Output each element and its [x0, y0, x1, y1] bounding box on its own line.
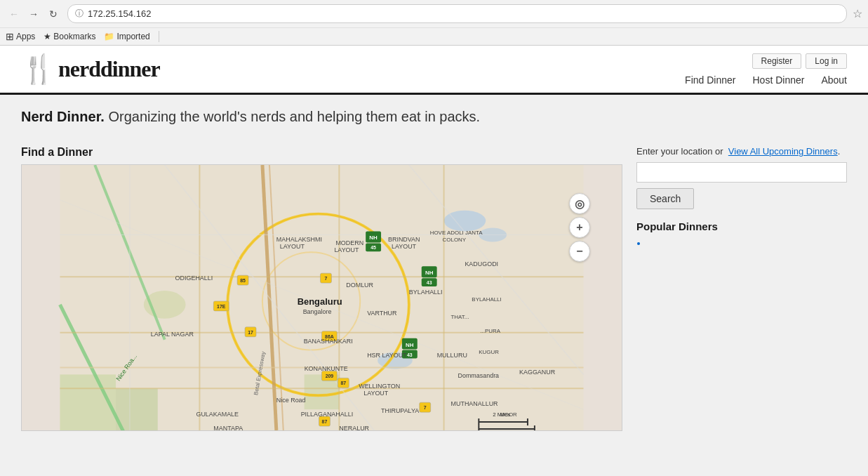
imported-bookmark[interactable]: 📁 Imported [104, 32, 149, 41]
svg-text:PILLAGANAHALLI: PILLAGANAHALLI [301, 411, 354, 418]
svg-text:87: 87 [340, 381, 346, 385]
svg-text:KAGGANUR: KAGGANUR [519, 369, 556, 376]
back-button[interactable]: ← [6, 6, 22, 22]
page: 🍴 nerddinner Register Log in Find Dinner… [0, 46, 868, 452]
forward-button[interactable]: → [25, 6, 42, 22]
search-button[interactable]: Search [636, 188, 694, 209]
svg-text:Nice Road: Nice Road [276, 397, 306, 404]
locate-button[interactable]: ◎ [569, 193, 590, 214]
brand-name: Nerd Dinner. [21, 109, 105, 124]
svg-text:LAYOUT: LAYOUT [392, 243, 417, 250]
svg-text:GULAKAMALE: GULAKAMALE [196, 411, 239, 418]
svg-text:17: 17 [248, 330, 253, 335]
svg-text:LAYOUT: LAYOUT [280, 243, 305, 250]
map-title: Find a Dinner [21, 146, 622, 159]
bookmarks-label: Bookmarks [53, 32, 95, 41]
svg-text:MAHALAKSHMI: MAHALAKSHMI [276, 236, 322, 243]
map-svg: NH 45 NH 43 NH 43 7 85 [22, 165, 622, 430]
svg-text:NH: NH [369, 234, 378, 241]
svg-text:NERALUR: NERALUR [339, 425, 369, 430]
svg-text:VARTHUR: VARTHUR [367, 310, 397, 317]
apps-bookmark[interactable]: ⊞ Apps [6, 31, 35, 42]
login-button[interactable]: Log in [806, 53, 847, 69]
map-container: NH 45 NH 43 NH 43 7 85 [21, 164, 622, 431]
svg-text:WELLINGTON: WELLINGTON [359, 383, 400, 390]
apps-grid-icon: ⊞ [6, 31, 14, 42]
svg-text:BYLAHALLI: BYLAHALLI [472, 296, 501, 303]
svg-text:43: 43 [407, 352, 413, 357]
popular-list [636, 238, 847, 249]
svg-text:BANASHANKARI: BANASHANKARI [304, 338, 353, 345]
bookmarks-bar: ⊞ Apps ★ Bookmarks 📁 Imported [0, 27, 868, 45]
header-right: Register Log in Find Dinner Host Dinner … [685, 53, 847, 86]
separator [159, 31, 159, 42]
browser-toolbar: ← → ↻ ⓘ ☆ [0, 0, 868, 27]
info-icon: ⓘ [75, 8, 84, 20]
svg-text:Dommasandra: Dommasandra [458, 372, 499, 379]
svg-text:HSR LAYOUT: HSR LAYOUT [367, 352, 407, 359]
svg-text:43: 43 [427, 280, 432, 285]
url-input[interactable] [88, 8, 839, 19]
svg-text:MANTAPA: MANTAPA [213, 425, 243, 430]
svg-text:NH: NH [406, 342, 414, 348]
refresh-button[interactable]: ↻ [45, 6, 62, 22]
svg-text:85: 85 [240, 278, 246, 283]
register-button[interactable]: Register [752, 53, 802, 69]
svg-rect-5 [116, 388, 158, 430]
svg-text:Bangalore: Bangalore [303, 308, 332, 315]
map-section: Find a Dinner [21, 146, 622, 431]
svg-text:KONANKUNTE: KONANKUNTE [305, 365, 348, 372]
svg-text:HOVE ADOLI JANTA: HOVE ADOLI JANTA [430, 230, 483, 236]
svg-text:7: 7 [325, 276, 328, 281]
bookmarks-bookmark[interactable]: ★ Bookmarks [44, 32, 95, 41]
svg-text:THAT...: THAT... [451, 314, 469, 320]
zoom-in-button[interactable]: + [569, 217, 590, 238]
svg-text:NH: NH [425, 270, 434, 276]
view-all-link[interactable]: View All Upcoming Dinners [728, 146, 838, 157]
svg-text:209: 209 [326, 373, 334, 378]
logo-icon: 🍴 [21, 53, 53, 86]
browser-chrome: ← → ↻ ⓘ ☆ ⊞ Apps ★ Bookmarks 📁 Imported [0, 0, 868, 46]
svg-text:...PURA: ...PURA [480, 328, 500, 334]
folder-icon: 📁 [104, 32, 114, 41]
svg-text:MUTHANALLUR: MUTHANALLUR [451, 400, 499, 407]
svg-text:MULLURU: MULLURU [437, 352, 467, 359]
svg-text:17E: 17E [217, 304, 226, 309]
svg-text:2 Miles: 2 Miles [493, 411, 510, 418]
hero-text: Nerd Dinner. Organizing the world's nerd… [21, 109, 847, 125]
svg-text:ODIGEHALLI: ODIGEHALLI [175, 275, 213, 282]
location-prompt: Enter your location or View All Upcoming… [636, 146, 847, 157]
tagline: Organizing the world's nerds and helping… [105, 109, 480, 124]
svg-point-1 [444, 211, 486, 232]
svg-text:LAYOUT: LAYOUT [363, 390, 389, 397]
svg-text:45: 45 [370, 245, 376, 250]
svg-text:DOMLUR: DOMLUR [346, 282, 373, 289]
zoom-out-button[interactable]: − [569, 241, 590, 262]
main-content: Find a Dinner [0, 146, 868, 452]
location-input[interactable] [636, 162, 847, 183]
host-dinner-nav-link[interactable]: Host Dinner [752, 74, 804, 86]
about-nav-link[interactable]: About [821, 74, 847, 86]
svg-text:KUGUR: KUGUR [479, 349, 499, 355]
svg-text:Bengaluru: Bengaluru [298, 296, 342, 307]
svg-text:LAPAL NAGAR: LAPAL NAGAR [151, 331, 194, 338]
svg-text:MODERN: MODERN [335, 239, 363, 246]
svg-text:BRINDVAN: BRINDVAN [388, 236, 420, 243]
svg-text:7: 7 [424, 405, 427, 410]
svg-text:BYLAHALLI: BYLAHALLI [409, 289, 443, 296]
imported-label: Imported [116, 32, 149, 41]
svg-text:COLONY: COLONY [443, 237, 467, 243]
auth-buttons: Register Log in [752, 53, 847, 69]
logo-text: nerddinner [58, 56, 160, 82]
svg-text:LAYOUT: LAYOUT [334, 246, 359, 253]
svg-text:THIRUPALYA: THIRUPALYA [381, 407, 419, 414]
star-icon: ★ [44, 32, 51, 41]
address-bar: ⓘ [67, 4, 847, 23]
nav-buttons: ← → ↻ [6, 6, 62, 22]
popular-list-item[interactable] [648, 238, 847, 249]
bookmark-star-button[interactable]: ☆ [853, 7, 862, 20]
main-nav: Find Dinner Host Dinner About [685, 74, 847, 86]
find-dinner-nav-link[interactable]: Find Dinner [685, 74, 735, 86]
map-controls: ◎ + − [569, 193, 590, 262]
popular-dinners-title: Popular Dinners [636, 220, 847, 232]
